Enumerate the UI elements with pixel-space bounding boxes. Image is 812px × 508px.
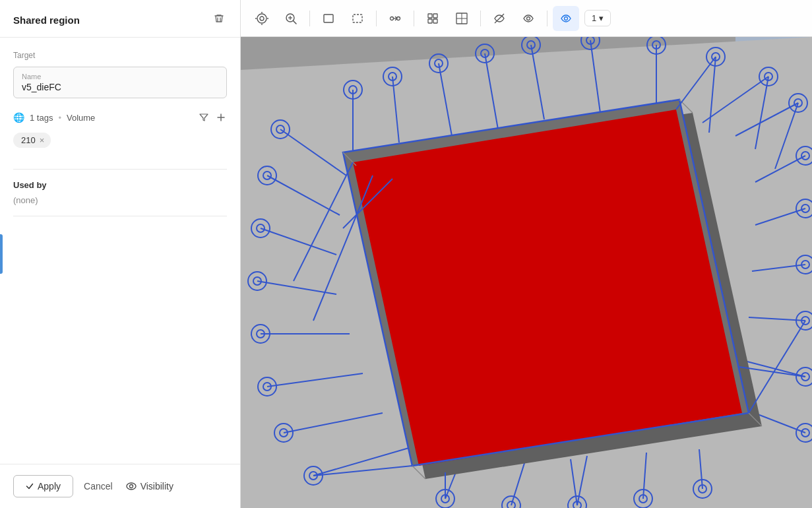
cancel-button[interactable]: Cancel	[81, 476, 115, 497]
tag-chip-value: 210	[21, 135, 36, 145]
eye-closed-icon	[493, 12, 506, 25]
divider-2	[13, 216, 227, 216]
separator-1	[309, 11, 310, 26]
tag-chip: 210 ×	[13, 133, 51, 148]
add-tag-button[interactable]	[215, 111, 227, 123]
toolbar: 1 ▾	[241, 0, 812, 37]
visibility-label: Visibility	[141, 481, 173, 492]
tags-separator: •	[58, 113, 61, 123]
used-by-value: (none)	[13, 195, 227, 205]
svg-point-2	[257, 14, 266, 23]
layer-control[interactable]: 1 ▾	[584, 10, 611, 26]
canvas-area[interactable]	[241, 37, 812, 508]
3d-viewport-svg	[241, 37, 812, 508]
svg-point-3	[260, 16, 264, 20]
grid-small-icon	[426, 12, 439, 25]
panel-title: Shared region	[13, 15, 80, 26]
left-panel: Shared region Target Name v5_dieFC 🌐 1 t…	[0, 0, 241, 508]
tags-actions	[198, 111, 227, 123]
select-tool-button[interactable]	[249, 6, 275, 31]
used-by-label: Used by	[13, 180, 227, 190]
dash-rect-icon	[351, 12, 364, 25]
layer-dropdown-icon: ▾	[599, 13, 604, 23]
grid-small-button[interactable]	[420, 6, 446, 31]
globe-icon: 🌐	[13, 112, 24, 123]
right-viewport: 1 ▾	[241, 0, 812, 508]
connect-icon	[389, 12, 402, 25]
svg-rect-18	[428, 19, 432, 23]
select-icon	[255, 12, 268, 25]
svg-marker-117	[353, 110, 742, 466]
filter-button[interactable]	[198, 111, 210, 123]
name-field-value: v5_dieFC	[22, 82, 218, 92]
svg-point-0	[127, 483, 136, 490]
tags-type: Volume	[67, 113, 95, 123]
layer-eye-button[interactable]	[553, 6, 579, 31]
tag-chip-container: 210 ×	[13, 133, 227, 158]
grid-large-icon	[455, 12, 468, 25]
rect-select-button[interactable]	[315, 6, 342, 31]
zoom-icon	[284, 12, 297, 25]
svg-rect-13	[353, 15, 362, 22]
edge-indicator	[0, 234, 3, 274]
name-field-label: Name	[22, 73, 218, 80]
dash-rect-button[interactable]	[344, 6, 371, 31]
visibility-button[interactable]: Visibility	[123, 476, 176, 497]
layer-number: 1	[592, 13, 596, 23]
svg-line-9	[294, 20, 297, 24]
name-field[interactable]: Name v5_dieFC	[13, 67, 227, 98]
cancel-label: Cancel	[84, 481, 113, 492]
tags-row: 🌐 1 tags • Volume	[13, 111, 227, 123]
separator-2	[376, 11, 377, 26]
apply-label: Apply	[38, 481, 61, 492]
divider-1	[13, 169, 227, 170]
svg-point-1	[129, 485, 133, 488]
used-by-section: Used by (none)	[13, 180, 227, 205]
svg-rect-12	[324, 15, 333, 22]
panel-header: Shared region	[0, 0, 240, 38]
panel-footer: Apply Cancel Visibility	[0, 464, 240, 508]
visibility-eye-icon	[126, 481, 137, 492]
filter-icon	[199, 113, 208, 122]
svg-point-25	[565, 16, 568, 20]
eye-closed-button[interactable]	[486, 6, 513, 31]
target-label: Target	[13, 51, 227, 60]
eye-open-icon	[522, 12, 535, 25]
svg-point-24	[527, 16, 530, 20]
separator-5	[547, 11, 547, 26]
separator-4	[480, 11, 481, 26]
panel-body: Target Name v5_dieFC 🌐 1 tags • Volume	[0, 38, 240, 464]
apply-button[interactable]: Apply	[13, 475, 73, 497]
separator-3	[414, 11, 414, 26]
zoom-tool-button[interactable]	[278, 6, 304, 31]
tags-count: 1 tags	[30, 113, 53, 123]
trash-icon	[214, 13, 224, 24]
svg-point-14	[390, 16, 394, 20]
eye-open-button[interactable]	[515, 6, 542, 31]
svg-rect-16	[428, 14, 432, 18]
rect-select-icon	[322, 12, 335, 25]
checkmark-icon	[26, 482, 34, 490]
tag-chip-remove-button[interactable]: ×	[40, 136, 45, 144]
layer-eye-icon	[559, 12, 573, 25]
delete-button[interactable]	[211, 12, 227, 28]
grid-large-button[interactable]	[449, 6, 475, 31]
plus-icon	[216, 113, 226, 122]
connect-button[interactable]	[382, 6, 408, 31]
svg-rect-17	[433, 14, 437, 18]
svg-rect-19	[433, 19, 437, 23]
